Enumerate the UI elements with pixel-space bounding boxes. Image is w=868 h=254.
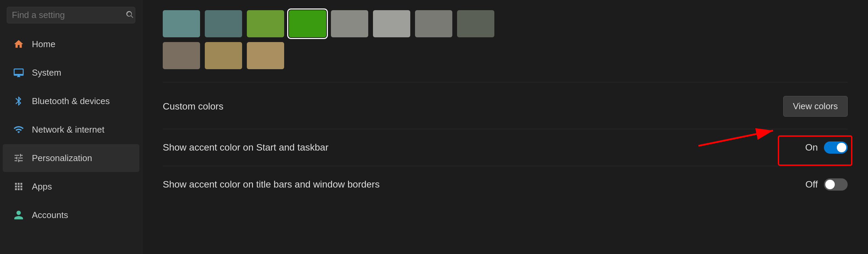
swatch-row1-0[interactable] xyxy=(163,10,200,37)
sidebar-item-personalization[interactable]: Personalization xyxy=(3,144,139,172)
swatch-row1-1[interactable] xyxy=(205,10,242,37)
show-accent-title-label: Show accent color on title bars and wind… xyxy=(163,179,380,190)
view-colors-control: View colors xyxy=(783,96,848,117)
swatches-row-2 xyxy=(163,42,848,69)
show-accent-start-control: On xyxy=(805,141,848,154)
swatch-row1-5[interactable] xyxy=(373,10,410,37)
swatch-row1-7[interactable] xyxy=(457,10,494,37)
main-content: Custom colors View colors Show accent co… xyxy=(142,0,868,254)
show-accent-start-toggle-wrap xyxy=(824,141,848,154)
sidebar-item-system[interactable]: System xyxy=(3,59,139,86)
show-accent-title-toggle[interactable] xyxy=(824,178,848,191)
custom-colors-row: Custom colors View colors xyxy=(163,84,848,129)
sidebar-item-accounts-label: Accounts xyxy=(32,210,68,220)
sidebar-item-bluetooth-label: Bluetooth & devices xyxy=(32,96,110,106)
bluetooth-icon xyxy=(12,95,25,108)
sidebar-item-personalization-label: Personalization xyxy=(32,153,92,163)
sidebar-item-system-label: System xyxy=(32,67,61,78)
home-icon xyxy=(12,38,25,51)
divider-1 xyxy=(163,82,848,82)
search-icon xyxy=(125,10,134,20)
system-icon xyxy=(12,66,25,79)
show-accent-start-status: On xyxy=(805,142,818,153)
sidebar: Home System Bluetooth & devices xyxy=(0,0,142,254)
sidebar-item-home-label: Home xyxy=(32,39,55,50)
swatch-row1-3[interactable] xyxy=(289,10,326,37)
sidebar-nav: Home System Bluetooth & devices xyxy=(0,30,142,230)
swatch-row2-0[interactable] xyxy=(163,42,200,69)
sidebar-item-bluetooth[interactable]: Bluetooth & devices xyxy=(3,87,139,115)
personalization-icon xyxy=(12,152,25,164)
show-accent-title-control: Off xyxy=(805,178,848,191)
sidebar-item-apps[interactable]: Apps xyxy=(3,173,139,200)
swatches-row-1 xyxy=(163,10,848,37)
show-accent-start-row: Show accent color on Start and taskbar O… xyxy=(163,129,848,166)
view-colors-button[interactable]: View colors xyxy=(783,96,848,117)
show-accent-title-status: Off xyxy=(805,179,818,190)
show-accent-title-row: Show accent color on title bars and wind… xyxy=(163,166,848,203)
swatch-row1-2[interactable] xyxy=(247,10,284,37)
accounts-icon xyxy=(12,209,25,221)
search-input[interactable] xyxy=(12,10,122,20)
sidebar-item-network-label: Network & internet xyxy=(32,124,104,135)
swatch-row2-1[interactable] xyxy=(205,42,242,69)
show-accent-start-toggle[interactable] xyxy=(824,141,848,154)
show-accent-title-toggle-wrap xyxy=(824,178,848,191)
search-bar[interactable] xyxy=(7,7,135,23)
swatch-row2-2[interactable] xyxy=(247,42,284,69)
sidebar-item-apps-label: Apps xyxy=(32,181,52,192)
sidebar-item-home[interactable]: Home xyxy=(3,30,139,58)
swatches-section xyxy=(163,0,848,81)
swatch-row1-6[interactable] xyxy=(415,10,452,37)
network-icon xyxy=(12,123,25,136)
custom-colors-label: Custom colors xyxy=(163,101,223,112)
sidebar-item-accounts[interactable]: Accounts xyxy=(3,201,139,229)
sidebar-item-network[interactable]: Network & internet xyxy=(3,116,139,143)
swatch-row1-4[interactable] xyxy=(331,10,368,37)
show-accent-start-label: Show accent color on Start and taskbar xyxy=(163,142,329,153)
apps-icon xyxy=(12,180,25,193)
